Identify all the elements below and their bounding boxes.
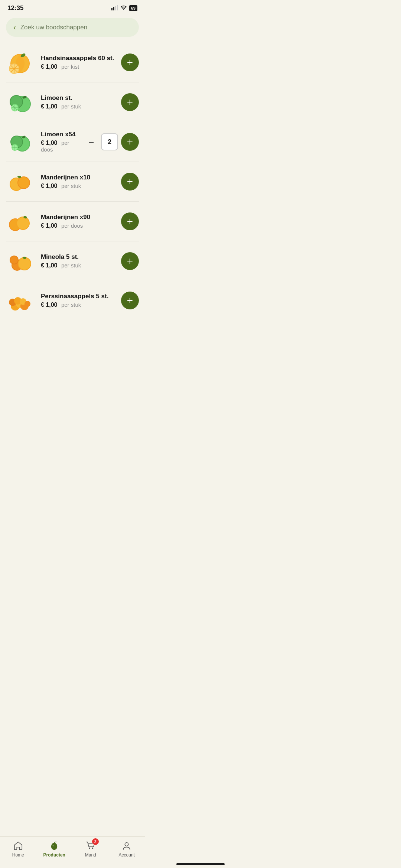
product-unit: per stuk bbox=[61, 302, 81, 308]
product-unit: per doos bbox=[41, 140, 69, 153]
decrease-button[interactable]: – bbox=[85, 135, 98, 149]
product-unit: per doos bbox=[61, 222, 83, 229]
list-item: Mineola 5 st. € 1,00 per stuk + bbox=[6, 241, 139, 281]
product-price: € 1,00 per stuk bbox=[41, 103, 116, 110]
svg-point-41 bbox=[17, 217, 29, 229]
product-image bbox=[6, 287, 36, 313]
product-unit: per stuk bbox=[61, 262, 81, 269]
product-actions: – 2 + bbox=[85, 133, 139, 151]
product-price: € 1,00 per doos bbox=[41, 222, 116, 229]
add-button[interactable]: + bbox=[121, 173, 139, 191]
product-image bbox=[6, 49, 36, 75]
quantity-display: 2 bbox=[101, 133, 118, 150]
status-bar: 12:35 69 bbox=[0, 0, 145, 15]
add-button[interactable]: + bbox=[121, 252, 139, 270]
svg-point-36 bbox=[18, 177, 29, 188]
product-list: Handsinaasappels 60 st. € 1,00 per kist … bbox=[0, 43, 145, 313]
add-button[interactable]: + bbox=[121, 292, 139, 309]
product-info: Perssinaasappels 5 st. € 1,00 per stuk bbox=[41, 293, 116, 308]
wifi-icon bbox=[120, 5, 127, 12]
battery-icon: 69 bbox=[129, 5, 137, 11]
product-actions: + bbox=[121, 292, 139, 309]
product-unit: per stuk bbox=[61, 103, 81, 110]
product-actions: + bbox=[121, 53, 139, 71]
search-bar[interactable]: ‹ Zoek uw boodschappen bbox=[6, 18, 139, 37]
list-item: Limoen x54 € 1,00 per doos – 2 + bbox=[6, 122, 139, 162]
list-item: Manderijnen x90 € 1,00 per doos + bbox=[6, 202, 139, 241]
product-info: Limoen x54 € 1,00 per doos bbox=[41, 131, 79, 153]
product-price: € 1,00 per stuk bbox=[41, 302, 116, 308]
status-time: 12:35 bbox=[7, 4, 23, 12]
list-item: Limoen st. € 1,00 per stuk + bbox=[6, 82, 139, 122]
add-button[interactable]: + bbox=[121, 53, 139, 71]
svg-point-56 bbox=[25, 301, 30, 307]
product-unit: per stuk bbox=[61, 183, 81, 189]
product-info: Manderijnen x90 € 1,00 per doos bbox=[41, 214, 116, 229]
product-image bbox=[6, 129, 36, 155]
svg-rect-2 bbox=[115, 6, 116, 10]
product-name: Mineola 5 st. bbox=[41, 253, 116, 261]
add-button[interactable]: + bbox=[121, 133, 139, 151]
signal-icon bbox=[111, 5, 118, 12]
product-image bbox=[6, 248, 36, 274]
search-container: ‹ Zoek uw boodschappen bbox=[0, 15, 145, 43]
svg-rect-1 bbox=[113, 7, 114, 10]
svg-rect-3 bbox=[117, 5, 118, 10]
product-actions: + bbox=[121, 212, 139, 230]
list-item: Perssinaasappels 5 st. € 1,00 per stuk + bbox=[6, 281, 139, 313]
list-item: Handsinaasappels 60 st. € 1,00 per kist … bbox=[6, 43, 139, 82]
product-name: Limoen x54 bbox=[41, 131, 79, 138]
product-price: € 1,00 per stuk bbox=[41, 183, 116, 189]
product-name: Perssinaasappels 5 st. bbox=[41, 293, 116, 300]
product-info: Manderijnen x10 € 1,00 per stuk bbox=[41, 174, 116, 189]
search-placeholder: Zoek uw boodschappen bbox=[20, 24, 88, 31]
status-icons: 69 bbox=[111, 5, 137, 12]
svg-rect-0 bbox=[111, 8, 113, 10]
product-actions: + bbox=[121, 173, 139, 191]
add-button[interactable]: + bbox=[121, 212, 139, 230]
add-button[interactable]: + bbox=[121, 93, 139, 111]
back-chevron-icon[interactable]: ‹ bbox=[13, 23, 16, 32]
product-name: Limoen st. bbox=[41, 94, 116, 102]
product-price: € 1,00 per kist bbox=[41, 64, 116, 70]
product-image bbox=[6, 208, 36, 234]
product-info: Mineola 5 st. € 1,00 per stuk bbox=[41, 253, 116, 269]
product-image bbox=[6, 89, 36, 115]
product-actions: + bbox=[121, 93, 139, 111]
product-name: Handsinaasappels 60 st. bbox=[41, 55, 116, 62]
product-info: Handsinaasappels 60 st. € 1,00 per kist bbox=[41, 55, 116, 70]
product-name: Manderijnen x90 bbox=[41, 214, 116, 221]
product-price: € 1,00 per stuk bbox=[41, 262, 116, 269]
svg-point-48 bbox=[10, 256, 18, 264]
product-name: Manderijnen x10 bbox=[41, 174, 116, 181]
list-item: Manderijnen x10 € 1,00 per stuk + bbox=[6, 162, 139, 202]
product-price: € 1,00 per doos bbox=[41, 140, 79, 153]
product-actions: + bbox=[121, 252, 139, 270]
product-info: Limoen st. € 1,00 per stuk bbox=[41, 94, 116, 110]
product-image bbox=[6, 169, 36, 195]
svg-point-46 bbox=[19, 258, 30, 270]
product-unit: per kist bbox=[61, 64, 79, 70]
